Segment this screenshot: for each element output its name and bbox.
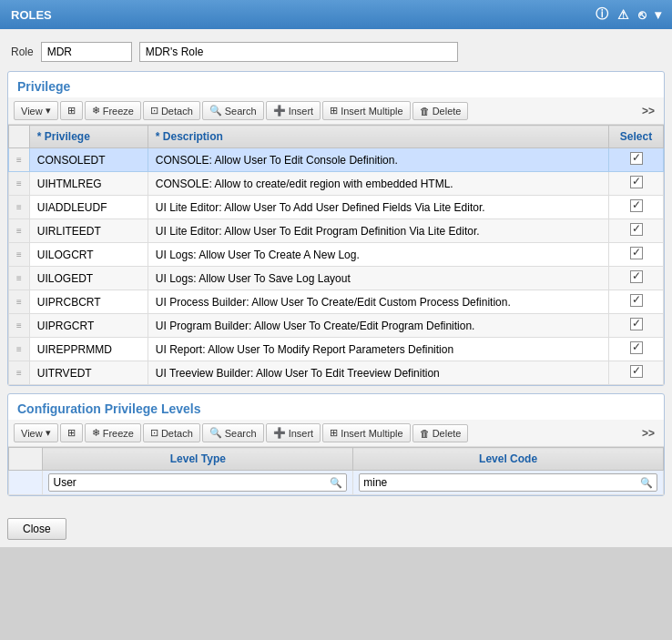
table-row[interactable]: ≡ UILOGEDT UI Logs: Allow User To Save L… (9, 267, 664, 290)
row-drag-handle: ≡ (9, 290, 30, 314)
table-row[interactable]: ≡ UIPRGCRT UI Program Builder: Allow Use… (9, 314, 664, 338)
checkbox-icon[interactable] (630, 199, 643, 212)
export-icon[interactable]: ⎋ (638, 7, 646, 22)
checkbox-icon[interactable] (630, 341, 643, 354)
table-row[interactable]: ≡ UITRVEDT UI Treeview Builder: Allow Us… (9, 361, 664, 385)
warning-icon[interactable]: ⚠ (617, 7, 629, 22)
row-drag-handle: ≡ (9, 172, 30, 196)
privilege-insert-button[interactable]: ➕ Insert (266, 101, 321, 120)
privilege-freeze-button[interactable]: ❄ Freeze (85, 101, 141, 120)
select-cell[interactable] (609, 267, 664, 290)
app-title: ROLES (11, 8, 52, 22)
config-insert-label: Insert (289, 428, 314, 439)
table-row[interactable]: ≡ UIPRCBCRT UI Process Builder: Allow Us… (9, 290, 664, 314)
level-type-filter-wrap: 🔍 (48, 473, 347, 492)
config-grid: Level Type Level Code 🔍 (8, 447, 664, 495)
config-freeze-button[interactable]: ❄ Freeze (85, 423, 141, 442)
select-cell[interactable] (609, 338, 664, 361)
description-cell: CONSOLE: Allow to create/edit region wit… (148, 172, 608, 196)
config-table: Level Type Level Code 🔍 (8, 447, 664, 495)
config-delete-button[interactable]: 🗑 Delete (412, 424, 469, 442)
select-cell[interactable] (609, 314, 664, 338)
privilege-cell: CONSOLEDT (29, 148, 148, 172)
privilege-col-header[interactable]: * Privilege (29, 126, 148, 148)
menu-dropdown-icon[interactable]: ▾ (655, 7, 661, 22)
checkbox-icon[interactable] (630, 318, 643, 330)
config-insert-multiple-icon: ⊞ (330, 427, 338, 439)
row-drag-handle: ≡ (9, 219, 30, 243)
drag-col-header (9, 126, 30, 148)
delete-icon: 🗑 (420, 106, 430, 117)
search-icon: 🔍 (209, 105, 222, 117)
privilege-nav-button[interactable]: ⊞ (60, 101, 83, 120)
table-row[interactable]: ≡ UIHTMLREG CONSOLE: Allow to create/edi… (9, 172, 664, 196)
privilege-detach-button[interactable]: ⊡ Detach (143, 101, 200, 120)
table-row[interactable]: ≡ CONSOLEDT CONSOLE: Allow User To Edit … (9, 148, 664, 172)
level-code-filter-input[interactable] (363, 476, 640, 489)
checkbox-icon[interactable] (630, 223, 643, 236)
select-cell[interactable] (609, 290, 664, 314)
row-drag-handle: ≡ (9, 243, 30, 267)
info-icon[interactable]: ⓘ (596, 6, 608, 23)
close-button[interactable]: Close (7, 518, 66, 540)
description-col-header[interactable]: * Description (148, 126, 608, 148)
table-row[interactable]: ≡ UIADDLEUDF UI Lite Editor: Allow User … (9, 196, 664, 219)
config-search-button[interactable]: 🔍 Search (202, 423, 264, 442)
config-freeze-label: Freeze (103, 428, 134, 439)
select-cell[interactable] (609, 361, 664, 385)
checkbox-icon[interactable] (630, 176, 643, 188)
description-cell: UI Lite Editor: Allow User To Edit Progr… (148, 219, 608, 243)
row-drag-handle: ≡ (9, 314, 30, 338)
view-chevron-icon: ▾ (46, 105, 51, 117)
detach-icon: ⊡ (150, 105, 158, 117)
checkbox-icon[interactable] (630, 152, 643, 165)
config-insert-button[interactable]: ➕ Insert (266, 423, 321, 442)
checkbox-icon[interactable] (630, 247, 643, 259)
insert-multiple-label: Insert Multiple (341, 106, 402, 117)
config-detach-button[interactable]: ⊡ Detach (143, 423, 200, 442)
config-search-icon: 🔍 (209, 427, 222, 439)
config-insert-icon: ➕ (273, 427, 286, 439)
checkbox-icon[interactable] (630, 270, 643, 283)
select-cell[interactable] (609, 243, 664, 267)
privilege-cell: UIHTMLREG (29, 172, 148, 196)
table-row[interactable]: ≡ UIRLITEEDT UI Lite Editor: Allow User … (9, 219, 664, 243)
privilege-section-title: Privilege (8, 72, 664, 97)
config-view-label: View (21, 428, 43, 439)
level-type-filter-input[interactable] (53, 476, 330, 489)
select-cell[interactable] (609, 196, 664, 219)
table-row[interactable]: ≡ UIREPPRMMD UI Report: Allow User To Mo… (9, 338, 664, 361)
privilege-insert-multiple-button[interactable]: ⊞ Insert Multiple (322, 101, 410, 120)
privilege-table: * Privilege * Description Select ≡ CONSO… (8, 125, 664, 385)
row-drag-handle: ≡ (9, 361, 30, 385)
checkbox-icon[interactable] (630, 365, 643, 378)
level-type-search-icon[interactable]: 🔍 (330, 477, 342, 489)
select-cell[interactable] (609, 172, 664, 196)
select-col-header[interactable]: Select (609, 126, 664, 148)
privilege-more-button[interactable]: >> (638, 103, 658, 119)
row-drag-handle: ≡ (9, 148, 30, 172)
config-nav-button[interactable]: ⊞ (60, 423, 83, 442)
config-view-button[interactable]: View ▾ (14, 423, 58, 442)
config-more-button[interactable]: >> (638, 425, 658, 442)
level-code-search-icon[interactable]: 🔍 (640, 477, 653, 489)
privilege-search-button[interactable]: 🔍 Search (202, 101, 264, 120)
role-description-input[interactable] (139, 42, 458, 62)
level-type-col-header[interactable]: Level Type (43, 448, 353, 471)
role-input[interactable] (41, 42, 132, 62)
level-code-col-header[interactable]: Level Code (353, 448, 664, 471)
select-cell[interactable] (609, 219, 664, 243)
checkbox-icon[interactable] (630, 294, 643, 307)
row-drag-handle: ≡ (9, 338, 30, 361)
main-content: Role Privilege View ▾ ⊞ ❄ Freeze ⊡ Detac… (0, 29, 672, 511)
role-row: Role (7, 36, 665, 67)
privilege-delete-button[interactable]: 🗑 Delete (412, 102, 469, 120)
insert-icon: ➕ (273, 105, 286, 117)
description-cell: UI Logs: Allow User To Save Log Layout (148, 267, 608, 290)
select-cell[interactable] (609, 148, 664, 172)
privilege-view-button[interactable]: View ▾ (14, 101, 58, 120)
config-insert-multiple-button[interactable]: ⊞ Insert Multiple (322, 423, 410, 442)
role-label: Role (11, 46, 34, 58)
table-row[interactable]: ≡ UILOGCRT UI Logs: Allow User To Create… (9, 243, 664, 267)
description-cell: CONSOLE: Allow User To Edit Console Defi… (148, 148, 608, 172)
